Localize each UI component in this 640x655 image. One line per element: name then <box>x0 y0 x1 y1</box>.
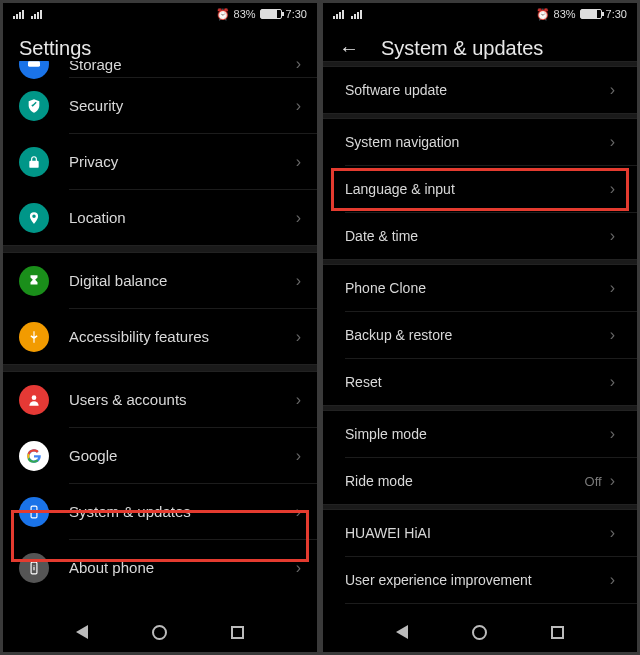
row-location[interactable]: Location › <box>3 190 317 245</box>
row-security[interactable]: Security › <box>3 78 317 133</box>
row-system-updates[interactable]: System & updates › <box>3 484 317 539</box>
row-simple-mode[interactable]: Simple mode › <box>323 411 637 457</box>
row-label: Reset <box>345 374 610 390</box>
page-title: System & updates <box>381 37 543 60</box>
hourglass-icon <box>19 266 49 296</box>
chevron-right-icon: › <box>610 279 615 297</box>
nav-bar <box>323 612 637 652</box>
home-button[interactable] <box>472 625 487 640</box>
location-icon <box>19 203 49 233</box>
row-label: System & updates <box>69 503 296 520</box>
row-label: About phone <box>69 559 296 576</box>
lock-icon <box>19 147 49 177</box>
alarm-icon: ⏰ <box>216 8 230 21</box>
back-icon[interactable]: ← <box>339 37 359 60</box>
row-system-navigation[interactable]: System navigation › <box>323 119 637 165</box>
row-language-input[interactable]: Language & input › <box>323 166 637 212</box>
svg-point-1 <box>32 395 37 400</box>
chevron-right-icon: › <box>610 326 615 344</box>
recent-button[interactable] <box>231 626 244 639</box>
row-label: Backup & restore <box>345 327 610 343</box>
chevron-right-icon: › <box>610 227 615 245</box>
status-bar: ⏰ 83% 7:30 <box>3 3 317 25</box>
battery-percent: 83% <box>554 8 576 20</box>
row-ux-improvement[interactable]: User experience improvement › <box>323 557 637 603</box>
recent-button[interactable] <box>551 626 564 639</box>
chevron-right-icon: › <box>296 391 301 409</box>
row-storage[interactable]: Storage › <box>3 61 317 77</box>
chevron-right-icon: › <box>296 447 301 465</box>
battery-icon <box>260 9 282 19</box>
storage-icon <box>19 61 49 79</box>
signal-icon <box>351 10 362 19</box>
user-icon <box>19 385 49 415</box>
chevron-right-icon: › <box>296 503 301 521</box>
svg-rect-0 <box>28 61 40 66</box>
status-bar: ⏰ 83% 7:30 <box>323 3 637 25</box>
phone-update-icon <box>19 497 49 527</box>
row-label: Language & input <box>345 181 610 197</box>
signal-icon <box>31 10 42 19</box>
row-google[interactable]: Google › <box>3 428 317 483</box>
clock-time: 7:30 <box>606 8 627 20</box>
chevron-right-icon: › <box>296 272 301 290</box>
phone-info-icon <box>19 553 49 583</box>
row-label: Accessibility features <box>69 328 296 345</box>
row-label: System navigation <box>345 134 610 150</box>
chevron-right-icon: › <box>610 571 615 589</box>
row-label: Privacy <box>69 153 296 170</box>
chevron-right-icon: › <box>610 133 615 151</box>
chevron-right-icon: › <box>610 425 615 443</box>
row-backup-restore[interactable]: Backup & restore › <box>323 312 637 358</box>
battery-icon <box>580 9 602 19</box>
google-icon <box>19 441 49 471</box>
row-date-time[interactable]: Date & time › <box>323 213 637 259</box>
row-digital-balance[interactable]: Digital balance › <box>3 253 317 308</box>
row-cert-logos[interactable]: Certification logos › <box>323 604 637 612</box>
row-accessibility[interactable]: Accessibility features › <box>3 309 317 364</box>
battery-percent: 83% <box>234 8 256 20</box>
row-huawei-hiai[interactable]: HUAWEI HiAI › <box>323 510 637 556</box>
row-label: HUAWEI HiAI <box>345 525 610 541</box>
row-label: Software update <box>345 82 610 98</box>
row-label: Digital balance <box>69 272 296 289</box>
row-label: Google <box>69 447 296 464</box>
chevron-right-icon: › <box>296 559 301 577</box>
row-reset[interactable]: Reset › <box>323 359 637 405</box>
chevron-right-icon: › <box>296 153 301 171</box>
row-phone-clone[interactable]: Phone Clone › <box>323 265 637 311</box>
chevron-right-icon: › <box>296 328 301 346</box>
chevron-right-icon: › <box>610 81 615 99</box>
signal-icon <box>13 10 24 19</box>
chevron-right-icon: › <box>296 61 301 73</box>
row-ride-mode[interactable]: Ride mode Off › <box>323 458 637 504</box>
hand-icon <box>19 322 49 352</box>
back-button[interactable] <box>396 625 408 639</box>
row-label: Storage <box>69 61 296 73</box>
chevron-right-icon: › <box>610 524 615 542</box>
row-label: Phone Clone <box>345 280 610 296</box>
home-button[interactable] <box>152 625 167 640</box>
row-about-phone[interactable]: About phone › <box>3 540 317 595</box>
shield-icon <box>19 91 49 121</box>
row-label: Security <box>69 97 296 114</box>
row-label: Ride mode <box>345 473 585 489</box>
row-label: Simple mode <box>345 426 610 442</box>
signal-icon <box>333 10 344 19</box>
row-label: Users & accounts <box>69 391 296 408</box>
chevron-right-icon: › <box>296 209 301 227</box>
settings-screen: ⏰ 83% 7:30 Settings Storage › Security › <box>3 3 317 652</box>
back-button[interactable] <box>76 625 88 639</box>
row-privacy[interactable]: Privacy › <box>3 134 317 189</box>
row-users-accounts[interactable]: Users & accounts › <box>3 372 317 427</box>
chevron-right-icon: › <box>610 472 615 490</box>
row-label: User experience improvement <box>345 572 610 588</box>
row-label: Date & time <box>345 228 610 244</box>
row-label: Location <box>69 209 296 226</box>
chevron-right-icon: › <box>610 373 615 391</box>
row-software-update[interactable]: Software update › <box>323 67 637 113</box>
alarm-icon: ⏰ <box>536 8 550 21</box>
chevron-right-icon: › <box>610 180 615 198</box>
clock-time: 7:30 <box>286 8 307 20</box>
row-value: Off <box>585 474 602 489</box>
